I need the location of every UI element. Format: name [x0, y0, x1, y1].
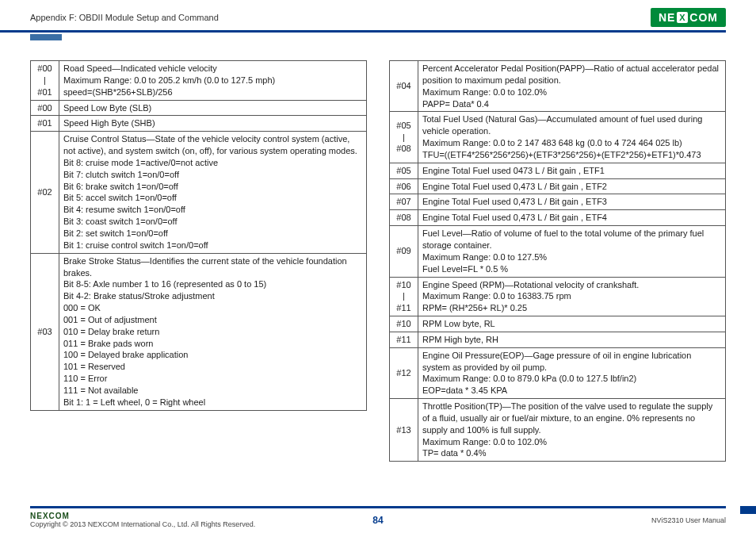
row-id: #06: [390, 178, 418, 194]
row-id: #10|#11: [390, 277, 418, 316]
row-id: #12: [390, 347, 418, 398]
row-desc: Throttle Position(TP)—The position of th…: [418, 399, 726, 462]
row-id: #10: [390, 316, 418, 332]
table-row: #04Percent Accelerator Pedal Position(PA…: [390, 61, 726, 112]
page-header: Appendix F: OBDII Module Setup and Comma…: [0, 0, 756, 30]
row-id: #04: [390, 61, 418, 112]
logo-pre: NE: [659, 11, 675, 24]
table-row: #00|#01Road Speed—Indicated vehicle velo…: [31, 61, 367, 101]
page-number: 84: [372, 515, 383, 526]
footer-manual: NViS2310 User Manual: [651, 516, 726, 524]
row-desc: Brake Stroke Status—Identifies the curre…: [59, 253, 367, 410]
row-desc: Cruise Control Status—State of the vehic…: [59, 132, 367, 253]
table-row: #12Engine Oil Pressure(EOP)—Gage pressur…: [390, 347, 726, 398]
table-row: #11RPM High byte, RH: [390, 332, 726, 347]
row-id: #02: [31, 132, 59, 253]
table-row: #08Engine Total Fuel used 0,473 L / Bit …: [390, 210, 726, 226]
left-table: #00|#01Road Speed—Indicated vehicle velo…: [30, 60, 367, 411]
logo-x: X: [677, 12, 688, 23]
table-row: #05Engine Total Fuel used 0473 L / Bit g…: [390, 163, 726, 178]
table-row: #10RPM Low byte, RL: [390, 316, 726, 332]
header-title: Appendix F: OBDII Module Setup and Comma…: [30, 13, 219, 22]
footer-row: NEXCOM Copyright © 2013 NEXCOM Internati…: [30, 512, 726, 528]
row-desc: Engine Speed (RPM)—Rotational velocity o…: [418, 277, 726, 316]
logo-post: COM: [689, 11, 718, 24]
row-desc: Total Fuel Used (Natural Gas)—Accumulate…: [418, 112, 726, 163]
right-table: #04Percent Accelerator Pedal Position(PA…: [389, 60, 726, 462]
table-row: #10|#11Engine Speed (RPM)—Rotational vel…: [390, 277, 726, 316]
table-row: #05|#08Total Fuel Used (Natural Gas)—Acc…: [390, 112, 726, 163]
footer-left: NEXCOM Copyright © 2013 NEXCOM Internati…: [30, 512, 255, 528]
table-row: #02Cruise Control Status—State of the ve…: [31, 132, 367, 253]
left-column: #00|#01Road Speed—Indicated vehicle velo…: [30, 60, 367, 462]
row-desc: Engine Total Fuel used 0,473 L / Bit gai…: [418, 178, 726, 194]
footer-logo: NEXCOM: [30, 512, 70, 520]
row-id: #09: [390, 226, 418, 277]
row-id: #13: [390, 399, 418, 462]
table-row: #13Throttle Position(TP)—The position of…: [390, 399, 726, 462]
table-row: #01Speed High Byte (SHB): [31, 116, 367, 132]
row-desc: RPM High byte, RH: [418, 332, 726, 347]
brand-logo: NE X COM: [651, 8, 726, 27]
row-id: #00: [31, 100, 59, 116]
row-desc: Speed High Byte (SHB): [59, 116, 367, 132]
page-footer: NEXCOM Copyright © 2013 NEXCOM Internati…: [0, 506, 756, 528]
row-desc: Percent Accelerator Pedal Position(PAPP)…: [418, 61, 726, 112]
row-desc: Engine Total Fuel used 0,473 L / Bit gai…: [418, 194, 726, 210]
table-row: #09Fuel Level—Ratio of volume of fuel to…: [390, 226, 726, 277]
row-id: #05: [390, 163, 418, 178]
row-desc: RPM Low byte, RL: [418, 316, 726, 332]
content-area: #00|#01Road Speed—Indicated vehicle velo…: [0, 33, 756, 470]
table-row: #07Engine Total Fuel used 0,473 L / Bit …: [390, 194, 726, 210]
row-desc: Engine Oil Pressure(EOP)—Gage pressure o…: [418, 347, 726, 398]
row-desc: Speed Low Byte (SLB): [59, 100, 367, 116]
table-row: #03Brake Stroke Status—Identifies the cu…: [31, 253, 367, 410]
row-id: #11: [390, 332, 418, 347]
row-id: #03: [31, 253, 59, 410]
row-id: #01: [31, 116, 59, 132]
table-row: #00Speed Low Byte (SLB): [31, 100, 367, 116]
row-id: #08: [390, 210, 418, 226]
table-row: #06Engine Total Fuel used 0,473 L / Bit …: [390, 178, 726, 194]
header-rule-accent: [30, 34, 62, 40]
row-id: #05|#08: [390, 112, 418, 163]
header-rule: [30, 30, 726, 33]
row-desc: Fuel Level—Ratio of volume of fuel to th…: [418, 226, 726, 277]
row-desc: Road Speed—Indicated vehicle velocityMax…: [59, 61, 367, 101]
footer-rule: [30, 506, 726, 508]
row-desc: Engine Total Fuel used 0473 L / Bit gain…: [418, 163, 726, 178]
row-id: #00|#01: [31, 61, 59, 101]
row-id: #07: [390, 194, 418, 210]
footer-copyright: Copyright © 2013 NEXCOM International Co…: [30, 520, 255, 528]
row-desc: Engine Total Fuel used 0,473 L / Bit gai…: [418, 210, 726, 226]
right-column: #04Percent Accelerator Pedal Position(PA…: [389, 60, 726, 462]
